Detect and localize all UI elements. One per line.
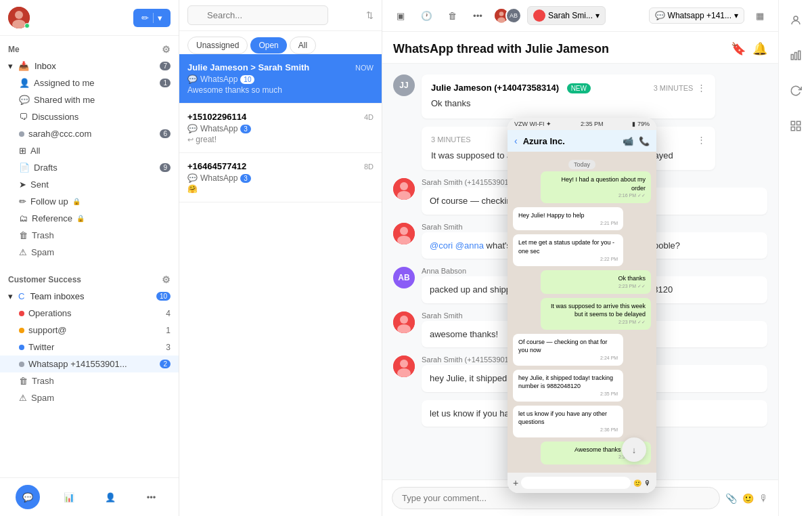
right-grid-icon[interactable] [784, 114, 808, 138]
comment-icons: 📎 🙂 🎙 [725, 493, 769, 504]
svg-rect-23 [796, 121, 800, 125]
reports-button[interactable]: 📊 [57, 485, 81, 509]
phone-mockup: VZW WI-FI ✦ 2:35 PM ▮ 79% ‹ Azura Inc. 📹… [508, 118, 656, 493]
right-refresh-icon[interactable] [784, 79, 808, 103]
conversation-item[interactable]: +15102296114 4D 💬 WhatsApp 3 ↩ great! [179, 104, 382, 153]
sidebar-item-whatsapp[interactable]: Whatsapp +141553901... 2 [0, 356, 179, 372]
conv-time: 4D [364, 113, 374, 121]
sidebar-item-support[interactable]: support@ 1 [0, 322, 179, 339]
msg-more-icon2[interactable]: ⋮ [697, 135, 706, 145]
delete-button[interactable]: 🗑 [442, 5, 462, 26]
sidebar-item-operations[interactable]: Operations 4 [0, 305, 179, 322]
snooze-button[interactable]: 🕐 [416, 5, 436, 26]
sidebar-item-sent[interactable]: ➤ Sent [0, 176, 179, 193]
svg-rect-21 [798, 51, 800, 60]
agent-chevron: ▾ [595, 11, 600, 20]
tab-open[interactable]: Open [250, 37, 286, 53]
new-conversation-button[interactable]: 💬 [16, 485, 40, 509]
phone-mic-icon[interactable]: 🎙 [644, 479, 651, 487]
sidebar-item-follow-up[interactable]: ✏ Follow up 🔒 [0, 193, 179, 210]
sidebar-item-drafts[interactable]: 📄 Drafts 9 [0, 159, 179, 176]
phone-video-icon[interactable]: 📹 [623, 136, 633, 146]
scroll-to-bottom-button[interactable]: ↓ [622, 437, 646, 462]
msg-time2: 3 MINUTES [431, 135, 471, 144]
phone-time: 2:35 PM [581, 121, 604, 127]
svg-rect-19 [791, 55, 793, 60]
conv-tabs: Unassigned Open All [179, 31, 382, 54]
svg-point-5 [497, 18, 505, 23]
phone-input-bar: + 🙂 🎙 [508, 473, 656, 493]
inbox-folder-icon: 📥 [18, 61, 29, 71]
sidebar-item-all[interactable]: ⊞ All [0, 142, 179, 159]
sent-icon: ➤ [19, 179, 26, 190]
main-header: ▣ 🕐 🗑 ••• AB Sarah S [382, 0, 778, 32]
nav-inbox[interactable]: ▾ 📥 Inbox 7 [0, 58, 179, 74]
phone-add-icon[interactable]: + [513, 477, 518, 488]
cs-settings-icon[interactable]: ⚙ [162, 274, 171, 285]
agent-dropdown-button[interactable]: Sarah Smi... ▾ [527, 6, 606, 25]
bell-icon[interactable]: 🔔 [752, 41, 767, 56]
calendar-button[interactable]: ▦ [750, 5, 770, 26]
search-input[interactable] [187, 5, 328, 25]
sidebar: ✏ ▾ Me ⚙ ▾ 📥 Inbox 7 👤 Assigned to me 1 [0, 0, 179, 516]
sidebar-item-email[interactable]: sarah@ccc.com 6 [0, 125, 179, 142]
emoji-icon[interactable]: 🙂 [742, 493, 754, 504]
sort-icon[interactable]: ⇅ [366, 10, 374, 20]
archive-button[interactable]: ▣ [390, 5, 411, 26]
bookmark-icon[interactable]: 🔖 [731, 41, 746, 56]
spam-label: Spam [31, 247, 54, 257]
me-settings-icon[interactable]: ⚙ [162, 44, 171, 55]
svg-point-1 [15, 11, 23, 19]
agent-avatar-small [533, 9, 545, 22]
sidebar-item-cs-trash[interactable]: 🗑 Trash [0, 372, 179, 389]
sidebar-item-cs-spam[interactable]: ⚠ Spam [0, 389, 179, 406]
conversation-item[interactable]: Julie Jameson > Sarah Smith NOW 💬 WhatsA… [179, 54, 382, 104]
avatar-anna: AB [393, 267, 415, 288]
more-actions-button[interactable]: ••• [468, 5, 488, 26]
sidebar-item-assigned-to-me[interactable]: 👤 Assigned to me 1 [0, 74, 179, 91]
sidebar-item-spam[interactable]: ⚠ Spam [0, 244, 179, 261]
whatsapp-icon3: 💬 [187, 173, 198, 183]
inbox-dropdown-button[interactable]: 💬 Whatsapp +141... ▾ [649, 7, 744, 24]
mention-anna: @anna [455, 240, 484, 251]
phone-bubble: let us know if you have any other questi… [513, 406, 623, 437]
conversation-item[interactable]: +16464577412 8D 💬 WhatsApp 3 🤗 [179, 153, 382, 202]
twitter-dot [19, 345, 24, 350]
agent-avatars: AB [493, 7, 522, 24]
right-chart-icon[interactable] [784, 43, 808, 68]
tab-all[interactable]: All [290, 37, 316, 54]
right-person-icon[interactable] [784, 8, 808, 33]
unread-badge2: 3 [240, 125, 251, 133]
phone-bubble: Let me get a status update for you - one… [513, 234, 623, 266]
conversation-list-panel: 🔍 ⇅ Unassigned Open All Julie Jameson > … [179, 0, 382, 516]
sidebar-item-reference[interactable]: 🗂 Reference 🔒 [0, 210, 179, 227]
phone-input[interactable] [521, 477, 631, 489]
attachment-icon[interactable]: 📎 [725, 493, 737, 504]
more-options-button[interactable]: ••• [139, 485, 164, 509]
phone-battery: ▮ 79% [632, 121, 650, 127]
unread-badge3: 3 [240, 174, 251, 183]
phone-call-icon[interactable]: 📞 [639, 136, 650, 146]
sidebar-item-discussions[interactable]: 🗨 Discussions [0, 108, 179, 125]
reference-label: Reference [32, 213, 72, 223]
audio-icon[interactable]: 🎙 [759, 493, 769, 504]
contacts-button[interactable]: 👤 [98, 485, 122, 509]
sidebar-item-trash[interactable]: 🗑 Trash [0, 227, 179, 244]
whatsapp-dot [19, 362, 24, 367]
inbox-icon: 💬 [655, 11, 665, 20]
search-wrapper: 🔍 [187, 5, 361, 25]
phone-date: Today [513, 156, 651, 171]
phone-sticker-icon[interactable]: 🙂 [633, 479, 641, 487]
sidebar-item-shared[interactable]: 💬 Shared with me [0, 91, 179, 108]
msg-more-icon[interactable]: ⋮ [697, 83, 706, 93]
tab-unassigned[interactable]: Unassigned [187, 37, 248, 54]
phone-back-icon[interactable]: ‹ [514, 135, 518, 146]
avatar-sarah4 [393, 356, 415, 377]
email-dot [19, 131, 24, 137]
sidebar-item-twitter[interactable]: Twitter 3 [0, 339, 179, 356]
conv-name: +15102296114 [187, 112, 246, 122]
nav-team-inboxes[interactable]: ▾ C Team inboxes 10 [0, 288, 179, 305]
compose-button[interactable]: ✏ ▾ [133, 9, 171, 27]
assigned-to-me-label: Assigned to me [34, 78, 95, 88]
shared-icon: 💬 [19, 95, 30, 105]
